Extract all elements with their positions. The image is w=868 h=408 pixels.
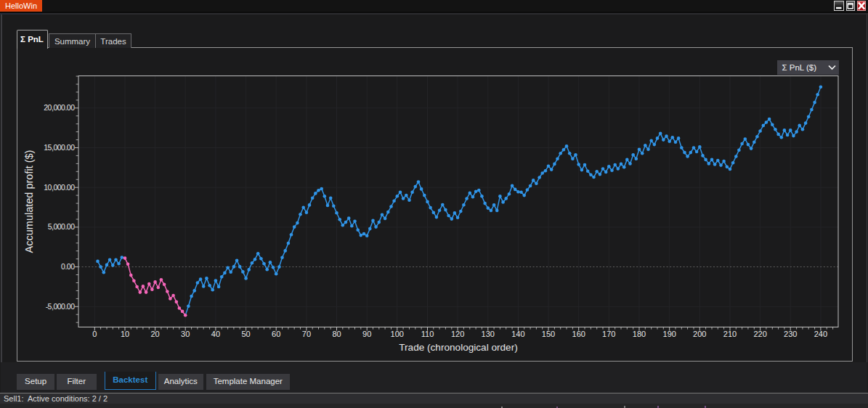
svg-text:-5,000.00: -5,000.00 <box>46 302 76 311</box>
svg-text:230: 230 <box>784 330 797 338</box>
svg-text:130: 130 <box>482 330 495 338</box>
svg-text:50: 50 <box>241 330 250 338</box>
svg-text:30: 30 <box>181 330 190 338</box>
svg-text:120: 120 <box>451 330 464 338</box>
svg-text:Accumulated profit ($): Accumulated profit ($) <box>23 150 35 253</box>
svg-text:70: 70 <box>302 330 311 338</box>
svg-text:200: 200 <box>693 330 706 338</box>
svg-text:190: 190 <box>663 330 676 338</box>
svg-text:180: 180 <box>633 330 646 338</box>
svg-text:5,000.00: 5,000.00 <box>48 222 76 231</box>
svg-text:10,000.00: 10,000.00 <box>44 183 75 192</box>
svg-text:20,000.00: 20,000.00 <box>44 103 75 112</box>
svg-text:0.00: 0.00 <box>61 262 75 271</box>
svg-text:10: 10 <box>121 330 129 338</box>
svg-text:0: 0 <box>92 330 97 338</box>
svg-text:15,000.00: 15,000.00 <box>44 143 75 152</box>
svg-text:100: 100 <box>391 330 404 338</box>
svg-text:220: 220 <box>753 330 766 338</box>
svg-text:210: 210 <box>723 330 737 338</box>
svg-text:150: 150 <box>542 330 555 338</box>
svg-text:40: 40 <box>211 330 220 338</box>
svg-text:160: 160 <box>572 330 585 338</box>
svg-text:Trade (chronological order): Trade (chronological order) <box>399 342 517 353</box>
svg-text:170: 170 <box>602 330 615 338</box>
svg-text:140: 140 <box>511 330 524 338</box>
svg-text:60: 60 <box>272 330 280 338</box>
svg-text:240: 240 <box>814 330 827 338</box>
svg-text:90: 90 <box>362 330 371 338</box>
svg-text:110: 110 <box>421 330 434 338</box>
svg-text:80: 80 <box>332 330 341 338</box>
svg-text:20: 20 <box>150 330 159 338</box>
